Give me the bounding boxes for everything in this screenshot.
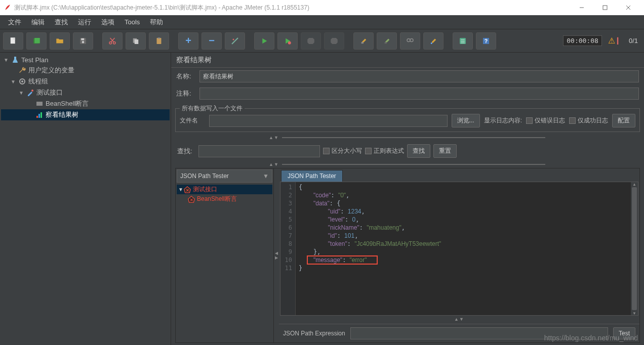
- menu-options[interactable]: 选项: [96, 16, 119, 29]
- svg-rect-22: [385, 42, 387, 44]
- config-button[interactable]: 配置: [612, 114, 635, 127]
- error-only-checkbox[interactable]: 仅错误日志: [526, 116, 565, 125]
- minimize-button[interactable]: [570, 0, 593, 15]
- menu-file[interactable]: 文件: [3, 16, 26, 29]
- success-only-checkbox[interactable]: 仅成功日志: [569, 116, 608, 125]
- label-name: 名称:: [176, 72, 196, 81]
- svg-rect-36: [36, 116, 38, 118]
- svg-rect-37: [38, 114, 40, 118]
- stop-button[interactable]: [301, 32, 321, 50]
- collapse-button[interactable]: −: [202, 32, 222, 50]
- error-icon: ✕: [188, 196, 195, 203]
- tree-beanshell[interactable]: BeanShell断言: [1, 98, 170, 109]
- splitter[interactable]: ◀▶: [274, 168, 279, 342]
- warning-bar: ▎: [617, 37, 622, 45]
- chevron-down-icon: ▼: [263, 172, 269, 180]
- svg-rect-17: [158, 37, 160, 38]
- result-left-panel: JSON Path Tester ▼ ▼ ✕ 测试接口 ✕ BeanShell断…: [176, 168, 274, 342]
- menu-help[interactable]: 帮助: [145, 16, 168, 29]
- filename-input[interactable]: [209, 115, 448, 127]
- menu-tools[interactable]: Tools: [119, 16, 145, 28]
- svg-point-9: [82, 41, 85, 44]
- collapse-bar-1[interactable]: ▲▼: [171, 134, 644, 141]
- svg-point-34: [31, 90, 33, 92]
- result-node-assertion[interactable]: ✕ BeanShell断言: [177, 194, 272, 204]
- case-checkbox[interactable]: 区分大小写: [323, 147, 362, 155]
- watermark: https://blog.csdn.net/mu_wind: [544, 334, 638, 342]
- menu-run[interactable]: 运行: [73, 16, 96, 29]
- browse-button[interactable]: 浏览...: [452, 114, 480, 127]
- svg-rect-26: [460, 38, 466, 44]
- highlight-annotation: [307, 255, 378, 265]
- svg-text:✕: ✕: [186, 188, 189, 192]
- close-button[interactable]: [617, 0, 640, 15]
- tree-results-tree[interactable]: 察看结果树: [1, 109, 170, 120]
- elapsed-timer: 00:00:08: [563, 35, 602, 46]
- copy-button[interactable]: [126, 32, 146, 50]
- start-no-timers-button[interactable]: [277, 32, 298, 50]
- start-button[interactable]: [254, 32, 274, 50]
- templates-button[interactable]: [26, 32, 47, 50]
- search-input[interactable]: [198, 145, 320, 157]
- toolbar: + − ? 00:00:08 ⚠ ▎ 0/1: [0, 29, 644, 53]
- window-title: 测试脚本.jmx (C:\Mu\application\test\apache-…: [14, 4, 570, 12]
- pipette-icon: [26, 89, 34, 97]
- renderer-combo[interactable]: JSON Path Tester ▼: [177, 169, 272, 183]
- svg-rect-21: [361, 42, 364, 44]
- tree-test-plan[interactable]: ▼ Test Plan: [1, 55, 170, 65]
- svg-point-33: [21, 80, 23, 82]
- shutdown-button[interactable]: [324, 32, 344, 50]
- flask-icon: [11, 56, 19, 64]
- clear-button[interactable]: [353, 32, 374, 50]
- result-node-sampler[interactable]: ▼ ✕ 测试接口: [177, 185, 272, 194]
- clear-all-button[interactable]: [377, 32, 397, 50]
- tree-thread-group[interactable]: ▼ 线程组: [1, 76, 170, 87]
- tree-user-vars[interactable]: 用户定义的变量: [1, 65, 170, 76]
- response-code-area[interactable]: 1234567891011 { "code": "0", "data": { "…: [280, 182, 638, 316]
- tree-sampler[interactable]: ▼ 测试接口: [1, 87, 170, 98]
- reset-button[interactable]: 重置: [433, 144, 457, 158]
- maximize-button[interactable]: [593, 0, 617, 15]
- save-button[interactable]: [73, 32, 93, 50]
- comment-input[interactable]: [199, 88, 639, 100]
- code-text[interactable]: { "code": "0", "data": { "uid": 1234, "l…: [296, 182, 631, 315]
- cut-button[interactable]: [102, 32, 123, 50]
- menubar: 文件 编辑 查找 运行 选项 Tools 帮助: [0, 15, 644, 29]
- search-button[interactable]: 查找: [407, 144, 430, 158]
- svg-rect-38: [41, 112, 42, 118]
- thread-counter: 0/1: [629, 37, 638, 45]
- test-plan-tree[interactable]: ▼ Test Plan 用户定义的变量 ▼ 线程组 ▼ 测试接口 BeanShe…: [0, 53, 171, 345]
- svg-rect-6: [34, 38, 40, 44]
- collapse-bar-3[interactable]: ▲▼: [279, 316, 639, 323]
- expand-button[interactable]: +: [178, 32, 198, 50]
- svg-point-25: [431, 42, 432, 44]
- wrench-icon: [18, 66, 26, 74]
- toggle-button[interactable]: [225, 32, 245, 50]
- regex-checkbox[interactable]: 正则表达式: [365, 147, 404, 155]
- svg-point-23: [407, 38, 410, 41]
- menu-search[interactable]: 查找: [50, 16, 73, 29]
- log-label: 显示日志内容:: [484, 116, 522, 125]
- line-gutter: 1234567891011: [280, 182, 296, 315]
- label-filename: 文件名: [180, 116, 205, 125]
- tab-json-path-tester[interactable]: JSON Path Tester: [281, 170, 343, 182]
- search-tree-button[interactable]: [400, 32, 420, 50]
- result-tree[interactable]: ▼ ✕ 测试接口 ✕ BeanShell断言: [176, 184, 273, 342]
- svg-text:?: ?: [485, 37, 488, 44]
- svg-rect-35: [36, 102, 43, 106]
- open-button[interactable]: [50, 32, 70, 50]
- paste-button[interactable]: [149, 32, 169, 50]
- help-button[interactable]: ?: [476, 32, 496, 50]
- collapse-bar-2[interactable]: ▲▼: [171, 161, 644, 168]
- window-controls: [570, 0, 640, 15]
- svg-point-24: [410, 38, 413, 41]
- new-button[interactable]: [3, 32, 23, 50]
- name-input[interactable]: [199, 70, 639, 82]
- function-helper-button[interactable]: [423, 32, 444, 50]
- label-json-path: JSON Path Expression: [283, 330, 345, 337]
- vertical-scrollbar[interactable]: ▲ ▼: [631, 182, 638, 315]
- svg-rect-8: [81, 38, 84, 40]
- label-comment: 注释:: [176, 89, 196, 98]
- menu-edit[interactable]: 编辑: [26, 16, 50, 29]
- options-button[interactable]: [453, 32, 473, 50]
